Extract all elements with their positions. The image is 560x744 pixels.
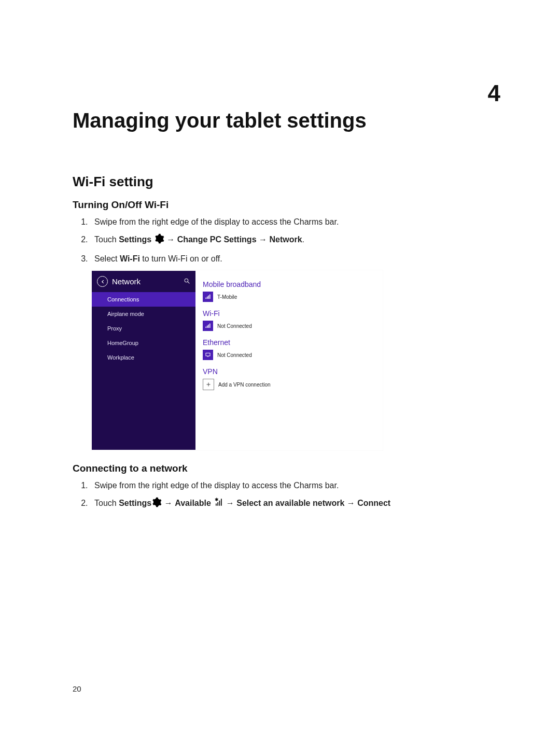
nav-item-connections[interactable]: Connections	[92, 292, 195, 307]
step-text: Swipe from the right edge of the display…	[94, 217, 339, 226]
step-text: Touch	[94, 499, 119, 507]
step-text: to turn Wi-Fi on or off.	[140, 254, 222, 263]
back-icon[interactable]	[97, 276, 108, 287]
content-panel: Mobile broadband T-Mobile Wi-Fi Not Conn…	[195, 271, 382, 450]
mobile-broadband-label: T-Mobile	[217, 294, 237, 300]
step-2: Touch Settings → Change PC Settings → Ne…	[90, 233, 503, 247]
step-1: Swipe from the right edge of the display…	[90, 216, 503, 228]
gear-icon	[154, 233, 164, 247]
svg-rect-2	[206, 353, 210, 356]
mobile-broadband-heading: Mobile broadband	[203, 280, 375, 288]
network-label: Network	[269, 235, 302, 244]
step-text: Select	[94, 254, 120, 263]
connect-label: Connect	[357, 499, 390, 507]
plus-icon	[203, 379, 214, 390]
ethernet-heading: Ethernet	[203, 338, 375, 347]
vpn-heading: VPN	[203, 367, 375, 376]
svg-point-0	[185, 279, 188, 282]
signal-available-icon: ✱	[213, 497, 223, 511]
vpn-add-label: Add a VPN connection	[218, 382, 271, 388]
arrow: →	[164, 499, 175, 507]
arrow: →	[226, 499, 236, 507]
steps-connecting-network: Swipe from the right edge of the display…	[73, 479, 503, 511]
steps-turning-wifi: Swipe from the right edge of the display…	[73, 216, 503, 265]
select-network-label: Select an available network	[236, 499, 344, 507]
chapter-number: 4	[488, 80, 500, 106]
arrow: →	[344, 499, 357, 507]
step-1: Swipe from the right edge of the display…	[90, 479, 503, 492]
svg-rect-3	[207, 356, 208, 357]
chapter-title: Managing your tablet settings	[73, 109, 503, 132]
page-number: 20	[73, 684, 81, 693]
gear-icon	[151, 497, 162, 511]
section-heading-wifi: Wi-Fi setting	[73, 174, 503, 190]
settings-label: Settings	[119, 499, 151, 507]
wifi-label: Wi-Fi	[120, 254, 140, 263]
wifi-heading: Wi-Fi	[203, 309, 375, 318]
ethernet-status-label: Not Connected	[217, 352, 252, 358]
wifi-row[interactable]: Not Connected	[203, 321, 375, 331]
page: 4 Managing your tablet settings Wi-Fi se…	[0, 0, 560, 744]
nav-item-airplane[interactable]: Airplane mode	[92, 307, 195, 321]
nav-item-workplace[interactable]: Workplace	[92, 350, 195, 365]
change-pc-settings-label: Change PC Settings	[177, 235, 257, 244]
search-icon[interactable]	[184, 278, 190, 286]
nav-title: Network	[112, 277, 141, 286]
svg-line-1	[188, 282, 189, 283]
svg-text:✱: ✱	[215, 497, 219, 502]
settings-label: Settings	[119, 235, 151, 244]
step-text: Touch	[94, 235, 119, 244]
nav-header[interactable]: Network	[92, 271, 195, 292]
subsection-turning-wifi: Turning On/Off Wi-Fi	[73, 199, 503, 211]
period: .	[302, 235, 304, 244]
wifi-status-label: Not Connected	[217, 323, 252, 329]
nav-item-proxy[interactable]: Proxy	[92, 321, 195, 336]
step-2: Touch Settings → Available ✱ → Select an…	[90, 497, 503, 511]
arrow: →	[166, 235, 177, 244]
nav-item-homegroup[interactable]: HomeGroup	[92, 336, 195, 350]
mobile-broadband-row[interactable]: T-Mobile	[203, 292, 375, 302]
arrow: →	[257, 235, 270, 244]
ethernet-row[interactable]: Not Connected	[203, 350, 375, 360]
available-label: Available	[175, 499, 211, 507]
step-text: Swipe from the right edge of the display…	[94, 481, 339, 490]
signal-icon	[203, 292, 213, 302]
vpn-row[interactable]: Add a VPN connection	[203, 379, 375, 390]
step-3: Select Wi-Fi to turn Wi-Fi on or off.	[90, 253, 503, 265]
network-settings-screenshot: Network Connections Airplane mode Proxy …	[91, 270, 383, 450]
subsection-connecting-network: Connecting to a network	[73, 463, 503, 474]
signal-icon	[203, 321, 213, 331]
ethernet-icon	[203, 350, 213, 360]
nav-panel: Network Connections Airplane mode Proxy …	[92, 271, 195, 450]
